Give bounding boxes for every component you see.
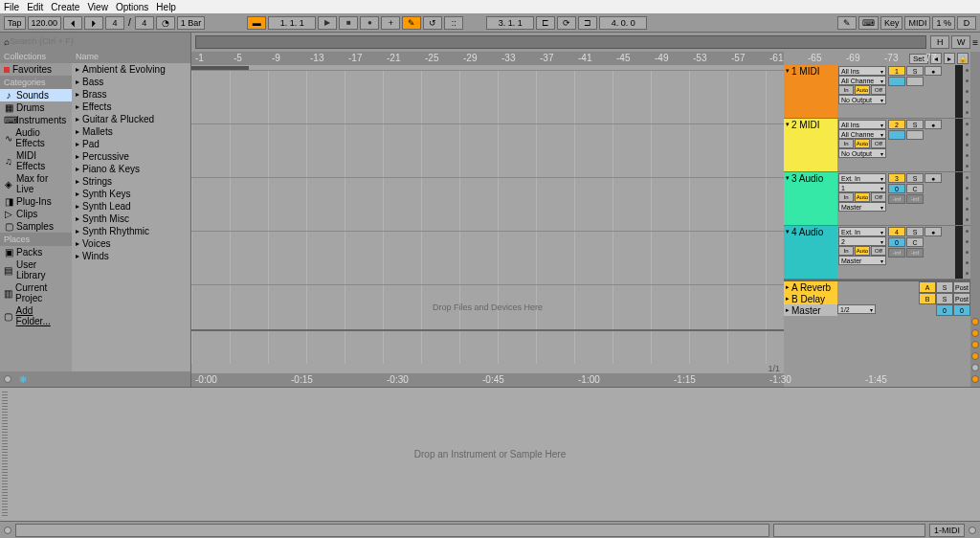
menu-help[interactable]: Help	[156, 2, 176, 12]
automation-arm-button[interactable]: ✎	[402, 16, 421, 30]
solo-button[interactable]: S	[906, 120, 924, 129]
browser-item[interactable]: Effects	[72, 101, 190, 113]
return-b-solo[interactable]: S	[936, 293, 953, 304]
zoom-h-button[interactable]: H	[930, 35, 949, 49]
monitor-auto[interactable]: Auto	[855, 85, 870, 95]
tap-tempo-button[interactable]: Tap	[4, 16, 26, 30]
io-section-toggle[interactable]	[971, 318, 979, 325]
browser-item[interactable]: Piano & Keys	[72, 163, 190, 175]
browser-item[interactable]: Mallets	[72, 125, 190, 138]
tempo-nudge-down[interactable]: ⏴	[63, 16, 82, 30]
arm-button[interactable]: ●	[924, 120, 942, 129]
place-user-library[interactable]: ▤User Library	[0, 258, 72, 281]
time-sig-num[interactable]: 4	[105, 16, 124, 30]
track-header-2[interactable]: ▾2 MIDI All Ins All Channe InAutoOff No …	[784, 119, 970, 172]
menu-create[interactable]: Create	[51, 2, 79, 12]
menu-options[interactable]: Options	[116, 2, 148, 12]
tempo-nudge-up[interactable]: ⏵	[84, 16, 103, 30]
monitor-auto[interactable]: Auto	[855, 246, 870, 256]
arm-button[interactable]: ●	[924, 227, 942, 236]
browser-search[interactable]: ⌕	[0, 33, 190, 50]
browser-item[interactable]: Bass	[72, 76, 190, 88]
reenable-automation-button[interactable]: ↺	[423, 16, 442, 30]
punch-out-button[interactable]: ⊐	[578, 16, 597, 30]
solo-button[interactable]: S	[906, 66, 924, 76]
input-channel[interactable]: 2	[838, 236, 886, 246]
play-button[interactable]	[318, 16, 337, 30]
quantize-menu[interactable]: 1 Bar	[177, 16, 206, 30]
pan-c[interactable]: C	[906, 237, 924, 247]
pan-c[interactable]: C	[906, 184, 924, 193]
browser-item[interactable]: Pad	[72, 138, 190, 150]
follow-button[interactable]: ▬	[247, 16, 266, 30]
browser-item[interactable]: Winds	[72, 250, 190, 262]
input-type[interactable]: All Ins	[838, 66, 886, 76]
input-type[interactable]: Ext. In	[838, 173, 886, 183]
delay-toggle[interactable]	[971, 364, 979, 371]
browser-item[interactable]: Synth Misc	[72, 213, 190, 225]
browser-item[interactable]: Strings	[72, 175, 190, 188]
arrangement-position[interactable]: 1. 1. 1	[268, 16, 316, 30]
monitor-off[interactable]: Off	[871, 192, 886, 202]
browser-item[interactable]: Synth Keys	[72, 188, 190, 200]
preview-icon[interactable]: ✱	[19, 374, 27, 385]
track-lane[interactable]	[191, 124, 784, 178]
automation-lane-dots[interactable]	[963, 65, 970, 118]
input-type[interactable]: Ext. In	[838, 227, 886, 236]
monitor-in[interactable]: In	[838, 85, 854, 95]
track-header-4[interactable]: ▾4 Audio Ext. In 2 InAutoOff Master 4S● …	[784, 226, 970, 280]
favorites-item[interactable]: Favorites	[0, 63, 72, 76]
category-clips[interactable]: ▷Clips	[0, 208, 72, 220]
master-cue[interactable]: 0	[936, 304, 953, 316]
unfold-icon[interactable]: ▸	[786, 295, 790, 303]
return-track-b[interactable]: ▸B Delay B S Post	[784, 293, 970, 304]
return-b-post[interactable]: Post	[953, 293, 970, 304]
place-current-projec[interactable]: ▥Current Projec	[0, 281, 72, 304]
master-output[interactable]: 1/2	[837, 304, 876, 314]
tempo-field[interactable]: 120.00	[28, 16, 62, 30]
monitor-auto[interactable]: Auto	[855, 192, 870, 202]
arm-button[interactable]: ●	[924, 173, 942, 183]
automation-lane-dots[interactable]	[963, 226, 970, 279]
stop-button[interactable]	[339, 16, 358, 30]
input-channel[interactable]: All Channe	[838, 76, 886, 85]
overview-menu-icon[interactable]: ≡	[972, 37, 978, 48]
capture-button[interactable]: ::	[444, 16, 463, 30]
menu-view[interactable]: View	[87, 2, 108, 12]
browser-item[interactable]: Ambient & Evolving	[72, 63, 190, 76]
time-sig-den[interactable]: 4	[135, 16, 154, 30]
unfold-icon[interactable]: ▸	[786, 306, 790, 314]
solo-button[interactable]: S	[906, 173, 924, 183]
category-instruments[interactable]: ⌨Instruments	[0, 114, 72, 126]
locator-lock-icon[interactable]: 🔒	[957, 53, 969, 64]
menu-edit[interactable]: Edit	[27, 2, 43, 12]
place-packs[interactable]: ▣Packs	[0, 246, 72, 258]
loop-button[interactable]: ⟳	[557, 16, 576, 30]
pan-value[interactable]	[888, 77, 905, 86]
track-header-1[interactable]: ▾1 MIDI All Ins All Channe InAutoOff No …	[784, 65, 970, 119]
menu-file[interactable]: File	[4, 2, 19, 12]
pan-value[interactable]: 0	[888, 184, 905, 193]
punch-in-button[interactable]: ⊏	[536, 16, 555, 30]
crossfade-toggle[interactable]	[971, 375, 979, 383]
track-activator[interactable]: 3	[888, 173, 905, 183]
track-lane[interactable]	[191, 71, 784, 124]
monitor-off[interactable]: Off	[871, 139, 886, 148]
monitor-in[interactable]: In	[838, 192, 854, 202]
draw-mode-button[interactable]: ✎	[837, 16, 857, 30]
arm-button[interactable]: ●	[924, 66, 942, 76]
arrangement-canvas[interactable]: -1-5-9-13-17-21-25-29-33-37-41-45-49-53-…	[191, 52, 784, 387]
automation-lane-dots[interactable]	[963, 172, 970, 225]
pan-c[interactable]	[906, 130, 924, 140]
monitor-auto[interactable]: Auto	[855, 139, 870, 148]
return-a-activator[interactable]: A	[919, 281, 936, 293]
loop-start[interactable]: 3. 1. 1	[486, 16, 534, 30]
category-plug-ins[interactable]: ◨Plug-Ins	[0, 195, 72, 208]
category-audio-effects[interactable]: ∿Audio Effects	[0, 126, 72, 149]
category-sounds[interactable]: ♪Sounds	[0, 89, 72, 101]
next-locator-icon[interactable]: ▸	[944, 53, 955, 64]
track-unfold-icon[interactable]: ▾	[786, 228, 790, 235]
sends-toggle[interactable]	[971, 329, 979, 337]
unfold-icon[interactable]: ▸	[786, 283, 790, 291]
track-activator[interactable]: 1	[888, 66, 905, 76]
